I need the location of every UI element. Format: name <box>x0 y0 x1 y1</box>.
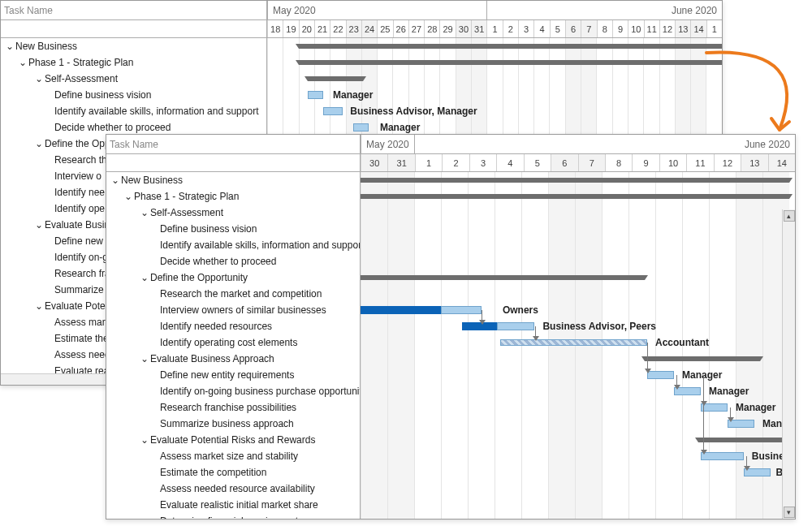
scroll-down-icon[interactable]: ▾ <box>784 507 795 518</box>
task-label: Identify available skills, information a… <box>54 106 258 117</box>
task-row[interactable]: Summarize business approach <box>106 416 360 432</box>
task-name-header[interactable]: Task Name <box>1 1 267 19</box>
task-row[interactable]: Identify available skills, information a… <box>1 103 266 119</box>
task-label: Identify on-g <box>54 252 108 263</box>
day-tick: 11 <box>644 20 659 37</box>
day-tick: 1 <box>706 20 722 37</box>
day-tick: 19 <box>283 20 298 37</box>
scroll-up-icon[interactable]: ▴ <box>784 210 795 222</box>
task-bar[interactable] <box>441 306 482 314</box>
day-tick: 2 <box>503 20 518 37</box>
task-label: Phase 1 - Strategic Plan <box>134 191 239 202</box>
task-row[interactable]: Research the market and competition <box>106 286 360 302</box>
chevron-down-icon[interactable]: ⌄ <box>140 353 149 364</box>
task-row[interactable]: Define business vision <box>106 221 360 237</box>
day-header-back: 1819202122232425262728293031123456789101… <box>267 20 722 37</box>
task-row[interactable]: Identify operating cost elements <box>106 334 360 351</box>
day-tick: 14 <box>690 20 706 37</box>
task-row[interactable]: ⌄Phase 1 - Strategic Plan <box>106 188 360 205</box>
task-row[interactable]: ⌄New Business <box>1 38 266 54</box>
chevron-down-icon[interactable]: ⌄ <box>140 434 149 446</box>
assignee-label: Business Advisor, Peers <box>542 321 656 332</box>
task-label: Research th <box>54 154 107 166</box>
day-tick: 31 <box>471 20 486 37</box>
vscroll-front[interactable]: ▴ ▾ <box>782 209 795 519</box>
dependency-arrow-icon <box>728 417 734 422</box>
task-bar[interactable] <box>308 91 323 99</box>
summary-bar <box>361 275 645 280</box>
day-tick: 10 <box>659 154 686 171</box>
chevron-down-icon[interactable]: ⌄ <box>140 272 149 283</box>
task-bar[interactable] <box>497 322 534 330</box>
task-label: Identify operating cost elements <box>160 337 297 348</box>
task-label: New Business <box>121 175 183 186</box>
task-row[interactable]: Identify available skills, information a… <box>106 237 360 253</box>
task-row[interactable]: Identify on-going business purchase oppo… <box>106 383 360 399</box>
task-row[interactable]: Interview owners of similar businesses <box>106 302 360 318</box>
task-row[interactable]: ⌄New Business <box>106 172 360 188</box>
chevron-down-icon[interactable]: ⌄ <box>35 219 43 231</box>
chevron-down-icon[interactable]: ⌄ <box>35 138 43 149</box>
task-label: Identify ope <box>54 203 105 214</box>
task-row[interactable]: Research franchise possibilities <box>106 399 360 416</box>
task-row[interactable]: ⌄Evaluate Business Approach <box>106 351 360 367</box>
month-june: June 2020 <box>486 1 722 19</box>
day-tick: 13 <box>675 20 690 37</box>
chevron-down-icon[interactable]: ⌄ <box>35 300 43 312</box>
task-label: Identify needed resources <box>160 321 272 332</box>
dependency-arrow-icon <box>479 320 486 325</box>
chevron-down-icon[interactable]: ⌄ <box>140 207 149 218</box>
chevron-down-icon[interactable]: ⌄ <box>35 73 43 84</box>
task-bar[interactable] <box>647 343 648 372</box>
chevron-down-icon[interactable]: ⌄ <box>19 57 27 68</box>
header-row-1-front: Task Name May 2020 June 2020 <box>106 135 795 154</box>
chevron-down-icon[interactable]: ⌄ <box>111 175 119 186</box>
day-tick: 27 <box>408 20 424 37</box>
chevron-down-icon[interactable]: ⌄ <box>6 41 14 52</box>
task-name-header-front[interactable]: Task Name <box>106 135 361 153</box>
task-row[interactable]: ⌄Evaluate Potential Risks and Rewards <box>106 432 360 448</box>
assignee-label: Manager <box>682 369 722 381</box>
task-label: Decide whether to proceed <box>160 256 276 267</box>
task-label: Summarize business approach <box>160 418 294 429</box>
task-row[interactable]: Assess needed resource availability <box>106 481 360 497</box>
task-row[interactable]: ⌄Define the Opportunity <box>106 269 360 286</box>
summary-bar <box>308 76 363 81</box>
dependency-arrow-icon <box>533 336 539 341</box>
task-row[interactable]: Decide whether to proceed <box>1 119 266 136</box>
chart-front[interactable]: OwnersBusiness Advisor, PeersAccountantM… <box>361 172 795 519</box>
assignee-label: Manager <box>736 402 775 413</box>
task-column-front[interactable]: ⌄New Business⌄Phase 1 - Strategic Plan⌄S… <box>106 172 361 519</box>
month-may-front: May 2020 <box>361 135 414 153</box>
task-label: Self-Assessment <box>45 73 118 84</box>
task-row[interactable]: Define business vision <box>1 87 266 103</box>
assignee-label: Owners <box>503 304 538 316</box>
task-row[interactable]: ⌄Self-Assessment <box>1 71 266 87</box>
chevron-down-icon[interactable]: ⌄ <box>124 191 132 202</box>
dependency-arrow-icon <box>744 466 750 471</box>
task-row[interactable]: Assess market size and stability <box>106 448 360 464</box>
summary-bar <box>698 438 784 442</box>
task-bar[interactable] <box>353 123 369 132</box>
task-row[interactable]: Define new entity requirements <box>106 367 360 383</box>
task-label: Assess mark <box>54 317 110 328</box>
task-label: New Business <box>15 41 77 52</box>
summary-bar <box>299 44 722 49</box>
day-tick: 3 <box>469 154 496 171</box>
task-row[interactable]: Determine financial requirements <box>106 513 360 519</box>
task-row[interactable]: Decide whether to proceed <box>106 253 360 269</box>
task-row[interactable]: ⌄Phase 1 - Strategic Plan <box>1 54 266 71</box>
task-bar[interactable] <box>323 107 342 115</box>
task-row[interactable]: Identify needed resources <box>106 318 360 334</box>
task-row[interactable]: Evaluate realistic initial market share <box>106 497 360 513</box>
task-label: Interview o <box>54 170 102 182</box>
task-label: Estimate the competition <box>160 467 266 478</box>
task-bar[interactable] <box>703 375 704 453</box>
task-label: Define the Opportunity <box>150 272 248 283</box>
task-bar[interactable] <box>361 306 441 314</box>
progress-bar <box>500 339 648 346</box>
day-tick: 7 <box>581 20 596 37</box>
task-row[interactable]: ⌄Self-Assessment <box>106 205 360 221</box>
task-row[interactable]: Estimate the competition <box>106 464 360 481</box>
month-header-back: May 2020 June 2020 <box>267 1 722 19</box>
